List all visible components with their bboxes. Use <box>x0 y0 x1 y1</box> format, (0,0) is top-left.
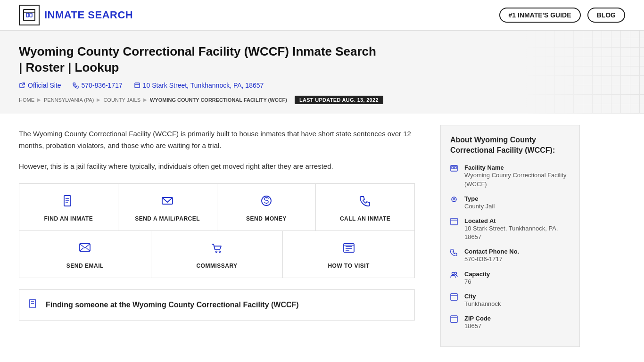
send-mail-icon <box>161 194 174 211</box>
zip-icon <box>450 315 460 325</box>
phone-link[interactable]: 570-836-1717 <box>73 82 123 89</box>
how-to-visit-icon <box>342 241 355 258</box>
link-icon <box>19 82 25 89</box>
facility-name-value: Wyoming County Correctional Facility (WC… <box>464 171 570 188</box>
city-icon <box>450 293 460 303</box>
send-money-label: SEND MONEY <box>246 215 287 222</box>
city-label: City <box>464 293 501 300</box>
address-item: 10 Stark Street, Tunkhannock, PA, 18657 <box>134 82 264 89</box>
header-nav: #1 INMATE'S GUIDE BLOG <box>499 8 625 23</box>
breadcrumb-sep-1: ▶ <box>37 97 41 102</box>
info-row-type: Type County Jail <box>450 195 570 211</box>
zip-content: ZIP Code 18657 <box>464 315 491 330</box>
svg-rect-37 <box>451 294 457 300</box>
svg-rect-29 <box>454 167 456 169</box>
action-send-mail[interactable]: SEND A MAIL/PARCEL <box>118 184 217 230</box>
svg-point-17 <box>216 251 217 253</box>
action-row-1: FIND AN INMATE SEND A MAIL/PARCEL SEND M… <box>19 184 414 231</box>
located-at-label: Located At <box>464 217 570 224</box>
svg-rect-1 <box>26 13 29 17</box>
breadcrumb-current: WYOMING COUNTY CORRECTIONAL FACILITY (WC… <box>150 97 287 103</box>
info-row-located-at: Located At 10 Stark Street, Tunkhannock,… <box>450 217 570 241</box>
svg-line-15 <box>80 248 83 251</box>
info-row-facility-name: Facility Name Wyoming County Correctiona… <box>450 164 570 188</box>
find-inmate-label: FIND AN INMATE <box>44 215 93 222</box>
official-site-label: Official Site <box>28 82 61 89</box>
contact-phone-label: Contact Phone No. <box>464 248 519 255</box>
svg-rect-39 <box>451 316 457 322</box>
how-to-visit-label: HOW TO VISIT <box>328 263 369 269</box>
breadcrumb-pa[interactable]: PENNSYLVANIA (PA) <box>44 97 94 103</box>
description-para2: However, this is a jail facility where t… <box>19 160 415 173</box>
zip-value: 18657 <box>464 322 491 330</box>
description-para1: The Wyoming County Correctional Facility… <box>19 128 415 152</box>
main-content: The Wyoming County Correctional Facility… <box>19 114 429 358</box>
info-row-contact-phone: Contact Phone No. 570-836-1717 <box>450 248 570 263</box>
sidebar: About Wyoming County Correctional Facili… <box>429 114 580 358</box>
contact-phone-value: 570-836-1717 <box>464 255 519 263</box>
facility-name-label: Facility Name <box>464 164 570 171</box>
contact-phone-content: Contact Phone No. 570-836-1717 <box>464 248 519 263</box>
action-row-2: SEND EMAIL COMMISSARY HOW TO VISIT <box>19 231 414 278</box>
type-content: Type County Jail <box>464 195 495 211</box>
svg-rect-0 <box>24 9 35 21</box>
located-at-value: 10 Stark Street, Tunkhannock, PA, 18657 <box>464 224 570 241</box>
info-row-city: City Tunkhannock <box>450 293 570 308</box>
blog-button[interactable]: BLOG <box>587 8 625 23</box>
action-how-to-visit[interactable]: HOW TO VISIT <box>283 231 414 278</box>
svg-rect-4 <box>135 83 140 88</box>
action-call-inmate[interactable]: CALL AN INMATE <box>316 184 414 230</box>
send-email-label: SEND EMAIL <box>66 263 104 269</box>
svg-rect-6 <box>64 196 71 206</box>
official-site-link[interactable]: Official Site <box>19 82 61 89</box>
type-label: Type <box>464 195 495 202</box>
facility-name-icon <box>450 165 460 174</box>
facility-name-content: Facility Name Wyoming County Correctiona… <box>464 164 570 188</box>
action-find-inmate[interactable]: FIND AN INMATE <box>19 184 118 230</box>
location-icon <box>134 82 140 89</box>
svg-line-16 <box>86 248 90 251</box>
find-inmate-icon <box>62 194 75 211</box>
commissary-icon <box>210 241 223 258</box>
svg-rect-28 <box>452 167 454 169</box>
contact-phone-icon <box>450 248 460 258</box>
svg-point-35 <box>452 272 454 274</box>
capacity-label: Capacity <box>464 271 490 278</box>
action-send-email[interactable]: SEND EMAIL <box>19 231 151 278</box>
breadcrumb-sep-2: ▶ <box>97 97 100 102</box>
logo-link[interactable]: INMATE SEARCH <box>19 5 133 25</box>
info-row-capacity: Capacity 76 <box>450 271 570 286</box>
info-row-zip: ZIP Code 18657 <box>450 315 570 330</box>
phone-icon <box>73 82 79 89</box>
call-inmate-label: CALL AN INMATE <box>340 215 390 222</box>
breadcrumb-home[interactable]: HOME <box>19 97 34 103</box>
located-at-content: Located At 10 Stark Street, Tunkhannock,… <box>464 217 570 241</box>
logo-text: INMATE SEARCH <box>44 9 133 21</box>
capacity-value: 76 <box>464 278 490 286</box>
send-money-icon <box>260 194 273 211</box>
logo-icon <box>19 5 40 25</box>
city-value: Tunkhannock <box>464 300 501 308</box>
hero-background <box>526 31 644 114</box>
phone-number: 570-836-1717 <box>82 82 123 89</box>
zip-label: ZIP Code <box>464 315 491 322</box>
address-text: 10 Stark Street, Tunkhannock, PA, 18657 <box>143 82 264 89</box>
svg-rect-33 <box>451 218 457 225</box>
finding-section-preview: Finding someone at the Wyoming County Co… <box>19 289 415 321</box>
breadcrumb-county-jails[interactable]: COUNTY JAILS <box>103 97 140 103</box>
city-content: City Tunkhannock <box>464 293 501 308</box>
inmates-guide-button[interactable]: #1 INMATE'S GUIDE <box>499 8 581 23</box>
action-send-money[interactable]: SEND MONEY <box>217 184 316 230</box>
commissary-label: COMMISSARY <box>196 263 237 269</box>
capacity-content: Capacity 76 <box>464 271 490 286</box>
capacity-icon <box>450 271 460 280</box>
main-layout: The Wyoming County Correctional Facility… <box>0 114 644 358</box>
send-email-icon <box>78 241 91 258</box>
svg-point-18 <box>219 251 221 253</box>
sidebar-card-title: About Wyoming County Correctional Facili… <box>450 135 570 156</box>
last-updated-badge: LAST UPDATED AUG. 13, 2022 <box>295 96 383 104</box>
action-commissary[interactable]: COMMISSARY <box>151 231 283 278</box>
type-icon <box>450 196 460 205</box>
call-inmate-icon <box>359 194 372 211</box>
finding-title: Finding someone at the Wyoming County Co… <box>46 301 299 309</box>
